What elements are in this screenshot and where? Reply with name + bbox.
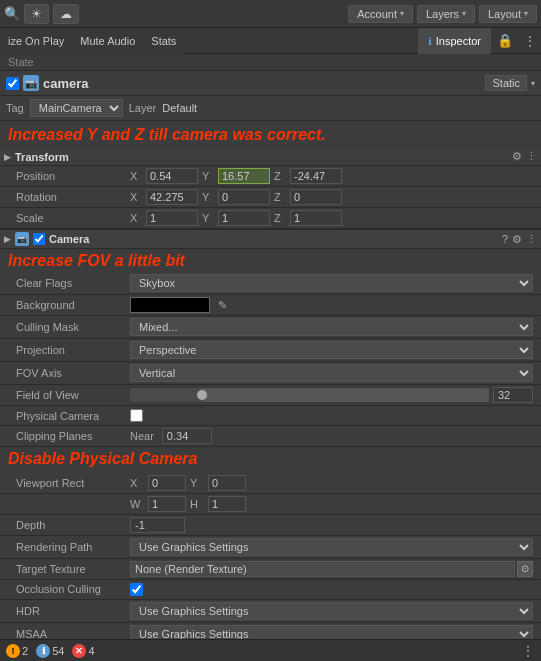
fov-slider[interactable] (130, 388, 489, 402)
viewport-rect-row2: W H (0, 494, 541, 515)
position-y-input[interactable] (218, 168, 270, 184)
target-texture-input[interactable] (130, 561, 515, 577)
camera-more-icon[interactable]: ⋮ (526, 233, 537, 246)
clipping-area: Clipping Planes Near Disable Physical Ca… (0, 426, 541, 472)
rotation-y-input[interactable] (218, 189, 270, 205)
lock-button[interactable]: 🔒 (491, 28, 519, 53)
position-x-input[interactable] (146, 168, 198, 184)
near-value-input[interactable] (162, 428, 212, 444)
hdr-row: HDR Use Graphics Settings (0, 600, 541, 623)
status-bar: ! 2 ℹ 54 ✕ 4 ⋮ (0, 639, 541, 661)
inspector-panel: 📷 camera Static ▾ Tag MainCamera Layer D… (0, 71, 541, 661)
camera-fold-arrow: ▶ (4, 234, 11, 244)
fov-axis-label: FOV Axis (16, 367, 126, 379)
fov-axis-select[interactable]: Vertical (130, 364, 533, 382)
viewport-h-input[interactable] (208, 496, 246, 512)
tab-stats[interactable]: Stats (143, 28, 184, 54)
clear-flags-select[interactable]: Skybox (130, 274, 533, 292)
position-label: Position (16, 170, 126, 182)
depth-row: Depth (0, 515, 541, 536)
static-button[interactable]: Static (485, 75, 527, 91)
target-texture-label: Target Texture (16, 563, 126, 575)
transform-section-header[interactable]: ▶ Transform ⚙ ⋮ (0, 148, 541, 166)
camera-section-title: Camera (49, 233, 498, 245)
rotation-x-input[interactable] (146, 189, 198, 205)
clear-flags-row: Clear Flags Skybox (0, 272, 541, 295)
occlusion-culling-checkbox[interactable] (130, 583, 143, 596)
physical-camera-row: Physical Camera (0, 406, 541, 426)
position-z-input[interactable] (290, 168, 342, 184)
viewport-x-input[interactable] (148, 475, 186, 491)
error-icon: ✕ (72, 644, 86, 658)
physical-camera-checkbox[interactable] (130, 409, 143, 422)
camera-section-actions: ? ⚙ ⋮ (502, 233, 537, 246)
rotation-row: Rotation X Y Z (0, 187, 541, 208)
tag-select[interactable]: MainCamera (30, 99, 123, 117)
error-badge[interactable]: ✕ 4 (72, 644, 94, 658)
scale-x-input[interactable] (146, 210, 198, 226)
transform-settings-icon[interactable]: ⚙ (512, 150, 522, 163)
culling-mask-row: Culling Mask Mixed... (0, 316, 541, 339)
position-row: Position X Y Z (0, 166, 541, 187)
info-count: 54 (52, 645, 64, 657)
sun-icon-button[interactable]: ☀ (24, 4, 49, 24)
status-more-button[interactable]: ⋮ (521, 643, 535, 659)
account-dropdown[interactable]: Account ▾ (348, 5, 413, 23)
camera-section-icon: 📷 (15, 232, 29, 246)
position-xyz-group: X Y Z (130, 168, 533, 184)
background-color-picker[interactable] (130, 297, 210, 313)
depth-input[interactable] (130, 517, 185, 533)
state-row: State (0, 54, 541, 71)
projection-select[interactable]: Perspective (130, 341, 533, 359)
layers-dropdown[interactable]: Layers ▾ (417, 5, 475, 23)
rendering-path-select[interactable]: Use Graphics Settings (130, 538, 533, 556)
warn-badge[interactable]: ! 2 (6, 644, 28, 658)
viewport-y-input[interactable] (208, 475, 246, 491)
camera-active-checkbox[interactable] (33, 233, 45, 245)
state-label: State (8, 56, 34, 68)
warn-count: 2 (22, 645, 28, 657)
viewport-xywh-row1: X Y (130, 475, 533, 491)
scale-y-input[interactable] (218, 210, 270, 226)
fov-value-input[interactable] (493, 387, 533, 403)
transform-fold-arrow: ▶ (4, 152, 11, 162)
msaa-label: MSAA (16, 628, 126, 640)
culling-mask-select[interactable]: Mixed... (130, 318, 533, 336)
target-texture-pick-button[interactable]: ⊙ (517, 561, 533, 577)
clear-flags-label: Clear Flags (16, 277, 126, 289)
tab-size-on-play[interactable]: ize On Play (0, 28, 72, 54)
tag-layer-row: Tag MainCamera Layer Default (0, 96, 541, 121)
inspector-icon: ℹ (428, 36, 432, 47)
inspector-more-button[interactable]: ⋮ (519, 28, 541, 53)
scale-z-input[interactable] (290, 210, 342, 226)
background-color-edit-icon[interactable]: ✎ (218, 299, 227, 312)
static-dropdown-arrow[interactable]: ▾ (531, 79, 535, 88)
scale-xyz-group: X Y Z (130, 210, 533, 226)
annotation1-text: Increased Y and Z till camera was correc… (8, 126, 326, 143)
viewport-rect-label: Viewport Rect (16, 477, 126, 489)
layer-value: Default (162, 102, 197, 114)
camera-section-header[interactable]: ▶ 📷 Camera ? ⚙ ⋮ (0, 229, 541, 249)
info-badge[interactable]: ℹ 54 (36, 644, 64, 658)
near-label: Near (130, 430, 154, 442)
cloud-icon-button[interactable]: ☁ (53, 4, 79, 24)
layout-dropdown[interactable]: Layout ▾ (479, 5, 537, 23)
search-button[interactable]: 🔍 (4, 6, 20, 21)
warn-icon: ! (6, 644, 20, 658)
object-name: camera (43, 76, 481, 91)
fov-row: Field of View (0, 385, 541, 406)
object-active-checkbox[interactable] (6, 77, 19, 90)
annotation2-area: Increase FOV a little bit (0, 249, 541, 272)
rotation-z-input[interactable] (290, 189, 342, 205)
projection-label: Projection (16, 344, 126, 356)
hdr-select[interactable]: Use Graphics Settings (130, 602, 533, 620)
camera-settings-icon[interactable]: ⚙ (512, 233, 522, 246)
tab-inspector[interactable]: ℹ Inspector (418, 28, 491, 54)
transform-more-icon[interactable]: ⋮ (526, 150, 537, 163)
occlusion-culling-label: Occlusion Culling (16, 583, 126, 595)
tab-mute-audio[interactable]: Mute Audio (72, 28, 143, 54)
annotation1-area: Increased Y and Z till camera was correc… (0, 121, 541, 148)
rendering-path-row: Rendering Path Use Graphics Settings (0, 536, 541, 559)
viewport-w-input[interactable] (148, 496, 186, 512)
camera-help-icon[interactable]: ? (502, 233, 508, 246)
